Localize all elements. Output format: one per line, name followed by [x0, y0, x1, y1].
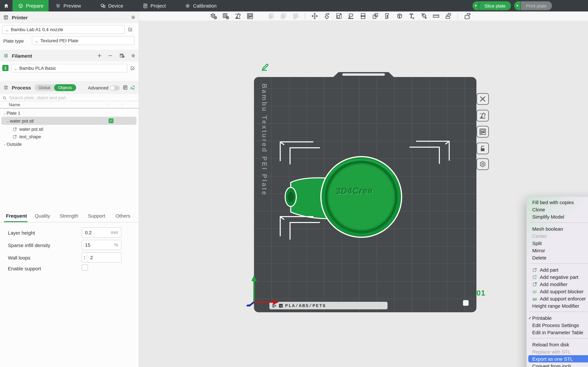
text-tool-icon[interactable]: a [408, 12, 415, 20]
lay-flat-icon[interactable] [347, 12, 355, 20]
menu-item-label: Add support blocker [540, 289, 588, 294]
add-plate-icon[interactable] [222, 12, 230, 20]
filament-edit-icon[interactable] [130, 66, 135, 71]
variable-layer-icon[interactable] [383, 12, 391, 20]
menu-item-edit-process-settings[interactable]: Edit Process Settings [527, 321, 588, 329]
menu-item-clone[interactable]: Clone⌘ K [527, 206, 588, 213]
menu-item-add-support-blocker[interactable]: Add support blocker› [527, 288, 588, 295]
menu-item-mirror[interactable]: Mirror› [527, 247, 588, 254]
filament-spool-icon [3, 53, 9, 59]
wall-loops-label: Wall loops [8, 255, 30, 260]
menu-item-printable[interactable]: ✓Printable [527, 314, 588, 321]
slice-plate-button[interactable]: Slice plate [479, 1, 511, 10]
layer-height-input[interactable]: 0.2 mm [82, 227, 121, 238]
add-model-icon[interactable] [209, 12, 217, 20]
tab-calibration[interactable]: Calibration [180, 0, 222, 11]
tab-device[interactable]: Device [95, 0, 129, 11]
split-objects-icon[interactable] [359, 12, 367, 20]
stepper-arrows[interactable]: ▲▼ [82, 253, 87, 262]
tree-row-water-pot[interactable]: ⌄ water pot.stl [6, 117, 34, 125]
menu-item-label: Edit in Parameter Table [532, 329, 588, 335]
arrange-icon[interactable] [246, 12, 254, 20]
split-parts-icon[interactable] [371, 12, 379, 20]
printer-settings-gear-icon[interactable] [130, 15, 136, 20]
delete-plate-button[interactable] [476, 93, 489, 105]
menu-item-simplify-model[interactable]: Simplify Model [527, 213, 588, 220]
printable-checkbox[interactable]: ✓ [109, 118, 113, 123]
tree-row-outside[interactable]: › Outside [3, 141, 22, 148]
edit-text-pencil-icon[interactable] [261, 63, 270, 71]
tab-strength[interactable]: Strength [60, 213, 78, 218]
menu-item-add-negative-part[interactable]: Add negative part› [527, 273, 588, 281]
tab-preview[interactable]: Preview [50, 0, 86, 11]
assembly-icon[interactable] [444, 12, 452, 20]
menu-item-replace-with-stl: Replace with STL [527, 348, 588, 355]
filament-settings-gear-icon[interactable] [130, 53, 136, 58]
advanced-toggle[interactable] [110, 85, 120, 91]
parameter-list-icon[interactable] [122, 84, 128, 91]
scale-icon[interactable] [335, 12, 343, 20]
tab-support[interactable]: Support [88, 213, 105, 218]
chevron-down-icon[interactable]: ⌄ [6, 119, 10, 123]
auto-orient-plate-button[interactable]: AUTO [476, 110, 489, 122]
menu-item-delete[interactable]: Delete⌫ [527, 254, 588, 261]
auto-orient-icon[interactable]: AUTO [234, 12, 242, 20]
chevron-down-icon[interactable]: ⌄ [3, 111, 7, 115]
chevron-right-icon[interactable]: › [3, 142, 7, 146]
menu-item-reload-from-disk[interactable]: Reload from disk [527, 341, 588, 348]
object-search[interactable]: Search plate, object and part. [0, 95, 139, 101]
menu-item-height-range-modifier[interactable]: Height range Modifier [527, 302, 588, 309]
scope-objects-option[interactable]: Objects [54, 84, 76, 91]
filament-preset-select[interactable]: Bambu PLA Basic [11, 64, 127, 72]
tab-quality[interactable]: Quality [35, 213, 50, 218]
printer-preset-select[interactable]: Bambu Lab A1 0.4 nozzle [2, 25, 125, 34]
printer-section-title: Printer [12, 15, 28, 20]
arrange-plate-button[interactable] [476, 126, 489, 138]
menu-item-edit-in-parameter-table[interactable]: Edit in Parameter Table [527, 329, 588, 336]
add-filament-icon[interactable] [97, 53, 102, 58]
filament-slot-badge[interactable]: 1 [2, 65, 9, 71]
preview-icon [55, 3, 61, 9]
menu-item-add-part[interactable]: Add part› [527, 266, 588, 273]
home-button[interactable] [0, 0, 12, 11]
tab-frequent[interactable]: Frequent [6, 213, 27, 218]
ams-sync-icon[interactable] [119, 53, 125, 59]
paint-icon[interactable] [420, 12, 428, 20]
enable-support-checkbox[interactable] [82, 264, 88, 271]
measure-icon[interactable] [432, 12, 440, 20]
remove-filament-icon[interactable] [108, 53, 113, 58]
plugin-icon[interactable] [463, 12, 471, 20]
tab-others[interactable]: Others [115, 213, 130, 218]
tab-project[interactable]: Project [137, 0, 171, 11]
cut-icon[interactable] [396, 12, 403, 20]
menu-item-add-support-enforcer[interactable]: Add support enforcer› [527, 295, 588, 302]
move-icon[interactable] [311, 12, 319, 20]
scope-global-option[interactable]: Global [35, 85, 54, 90]
tree-row-text-shape-part[interactable]: text_shape [12, 133, 41, 140]
menu-item-fill-bed-with-copies[interactable]: Fill bed with copies [527, 199, 588, 206]
menu-item-mesh-boolean[interactable]: Mesh boolean [527, 225, 588, 232]
rotate-icon[interactable] [323, 12, 331, 20]
plate-settings-button[interactable] [476, 158, 489, 170]
print-plate-button[interactable]: Print plate [521, 1, 552, 10]
plate-type-select[interactable]: Textured PEI Plate [32, 36, 135, 45]
menu-item-label: Mesh boolean [532, 226, 588, 232]
menu-item-label: Printable [532, 315, 588, 321]
plate-material-label[interactable]: PLA/ABS/PETG [269, 302, 388, 309]
process-wizard-icon[interactable] [130, 84, 136, 91]
menu-item-export-as-one-stl[interactable]: Export as one STL [528, 355, 588, 362]
slice-plate-dropdown[interactable]: ▾ [473, 1, 479, 10]
menu-item-convert-from-inch[interactable]: Convert from inch [527, 362, 588, 367]
printer-edit-icon[interactable] [128, 27, 133, 32]
lock-plate-button[interactable] [476, 142, 489, 154]
tree-row-water-pot-part[interactable]: water pot.stl [12, 125, 43, 133]
tab-prepare[interactable]: Prepare [12, 0, 49, 11]
3d-viewport[interactable]: AUTOa Bambu Textured PEI Plate 3D4Crea [139, 11, 588, 367]
tree-row-plate-1[interactable]: ⌄ Plate 1 [3, 109, 20, 117]
sidebar: Printer Bambu Lab A1 0.4 nozzle Plate ty… [0, 11, 139, 367]
menu-item-split[interactable]: Split› [527, 240, 588, 247]
wall-loops-stepper[interactable]: ▲▼ 2 [82, 252, 121, 262]
print-plate-dropdown[interactable]: ▾ [514, 1, 520, 10]
menu-item-add-modifier[interactable]: Add modifier› [527, 281, 588, 288]
sparse-infill-input[interactable]: 15 % [82, 240, 121, 250]
